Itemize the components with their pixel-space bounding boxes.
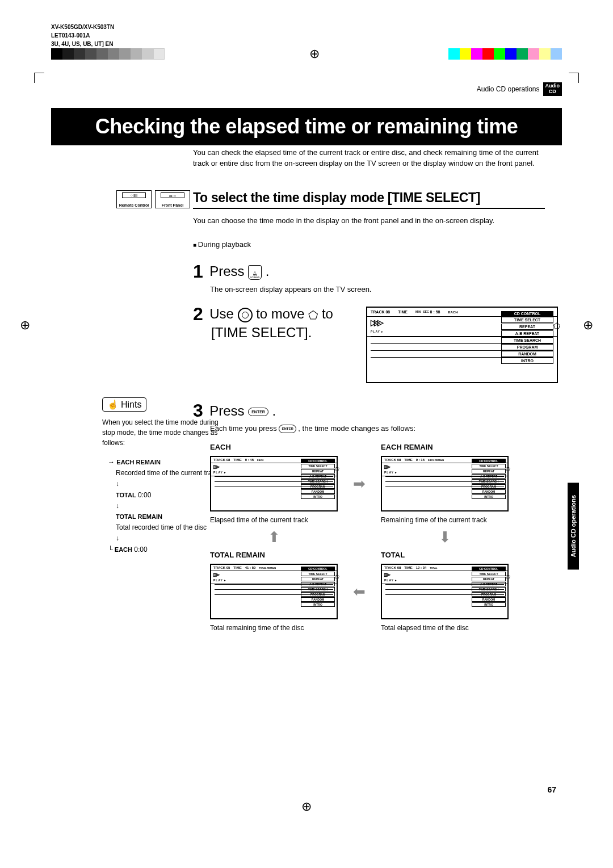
- osd-display-each-remain: TRACK 08TIME0 : 16EACH REMAIN ▷▷▷PLAY ▸ …: [381, 456, 509, 511]
- mode-label: TOTAL REMAIN: [210, 551, 338, 559]
- enter-button-icon: ENTER: [279, 425, 296, 433]
- regions-line: 3U, 4U, US, UB, UT] EN: [51, 40, 114, 48]
- cd-control-menu: CD CONTROL TIME SELECT REPEAT A-B REPEAT…: [501, 311, 553, 364]
- print-header: XV-K505GD/XV-K503TN LET0143-001A 3U, 4U,…: [51, 23, 114, 48]
- mode-cycle-diagram: EACH EACH REMAIN TRACK 08TIME0 : 45EACH …: [210, 443, 562, 632]
- code-line: LET0143-001A: [51, 31, 114, 40]
- arrow-left-icon: ⬅: [348, 583, 371, 601]
- step1-desc: The on-screen display appears on the TV …: [210, 284, 545, 295]
- step-number: 2: [193, 304, 203, 325]
- osd-display-total: TRACK 08TIME12 : 34TOTAL ▷▷▷PLAY ▸ CD CO…: [381, 564, 509, 619]
- cursor-icon: ⬠: [506, 466, 510, 472]
- step-number: 1: [193, 261, 203, 282]
- mode-label: EACH REMAIN: [381, 443, 509, 451]
- cursor-icon: ⬠: [335, 466, 339, 472]
- mode-label: TOTAL: [381, 551, 509, 559]
- play-icon: ▷▷▷: [213, 464, 217, 469]
- joystick-icon: [238, 308, 253, 322]
- step-1: 1 Press ON SCREEN . The on-screen displa…: [193, 261, 545, 295]
- context-label: During playback: [193, 240, 251, 249]
- step3-verb: Press: [209, 403, 244, 418]
- mode-desc: Elapsed time of the current track: [210, 516, 338, 524]
- arrow-right-icon: ➡: [348, 475, 371, 493]
- mode-desc: Remaining time of the current track: [381, 516, 509, 524]
- reg-mark-icon: ⊕: [309, 47, 320, 61]
- subheading-desc: You can choose the time mode in the disp…: [193, 216, 545, 227]
- control-location-icons: ○ |||| Remote Control ▭ ═ Front Panel: [116, 190, 190, 208]
- front-panel-icon: ▭ ═ Front Panel: [155, 190, 190, 208]
- cursor-icon: ⬠: [308, 308, 318, 322]
- section-text: Audio CD operations: [477, 85, 540, 93]
- play-icon: ▷▷▷: [384, 464, 388, 469]
- section-label: Audio CD operations Audio CD: [477, 82, 562, 96]
- section-tab: Audio CD operations: [568, 483, 579, 569]
- reg-mark-icon: ⊕: [583, 318, 593, 333]
- hints-label: ☝ Hints: [102, 397, 146, 412]
- osd-display-each: TRACK 08TIME0 : 45EACH ▷▷▷PLAY ▸ CD CONT…: [210, 456, 338, 511]
- mode-cycle-list: → EACH REMAIN Recorded time of the curre…: [108, 457, 221, 555]
- step1-verb: Press: [209, 263, 244, 279]
- remote-control-icon: ○ |||| Remote Control: [116, 190, 152, 208]
- reg-mark-icon: ⊕: [301, 799, 312, 814]
- play-icon: ▷▷▷: [371, 318, 381, 327]
- mode-desc: Total elapsed time of the disc: [381, 624, 509, 632]
- cursor-icon: ⬠: [335, 574, 339, 580]
- hand-icon: ☝: [107, 399, 119, 410]
- osd-display-large: TRACK 08 TIME MIN SEC 0 : 58 EACH ▷▷▷ PL…: [366, 307, 558, 383]
- enter-button-icon: ENTER: [248, 408, 268, 416]
- audio-cd-badge: Audio CD: [543, 82, 562, 96]
- osd-display-total-remain: TRACK 05TIME41 : 59TOTAL REMAIN ▷▷▷PLAY …: [210, 564, 338, 619]
- step3-desc: Each time you press ENTER , the time mod…: [210, 423, 545, 434]
- cursor-icon: ⬠: [506, 574, 510, 580]
- reg-mark-icon: ⊕: [20, 318, 30, 333]
- hints-desc: When you select the time mode during sto…: [102, 417, 221, 448]
- crop-mark-icon: [34, 73, 44, 83]
- color-swatches: [448, 48, 562, 60]
- arrow-down-icon: ⬇: [381, 529, 509, 546]
- arrow-up-icon: ⬆: [210, 529, 338, 546]
- crop-mark-icon: [569, 73, 579, 83]
- play-icon: ▷▷▷: [384, 572, 388, 577]
- registration-bar: ⊕: [51, 48, 562, 60]
- page-number: 67: [547, 785, 556, 794]
- on-screen-button-icon: ON SCREEN: [248, 265, 262, 280]
- gray-swatches: [51, 48, 165, 60]
- mode-desc: Total remaining time of the disc: [210, 624, 338, 632]
- mode-label: EACH: [210, 443, 338, 451]
- step2-title: Use to move ⬠ to [TIME SELECT].: [193, 306, 333, 340]
- play-icon: ▷▷▷: [213, 572, 217, 577]
- cursor-icon: ⬠: [553, 321, 560, 330]
- model-line: XV-K505GD/XV-K503TN: [51, 23, 114, 31]
- page-title: Checking the elapsed time or remaining t…: [51, 108, 562, 145]
- intro-paragraph: You can check the elapsed time of the cu…: [193, 148, 545, 169]
- subheading: To select the time display mode [TIME SE…: [193, 190, 545, 209]
- step-3: 3 Press ENTER . Each time you press ENTE…: [193, 400, 545, 434]
